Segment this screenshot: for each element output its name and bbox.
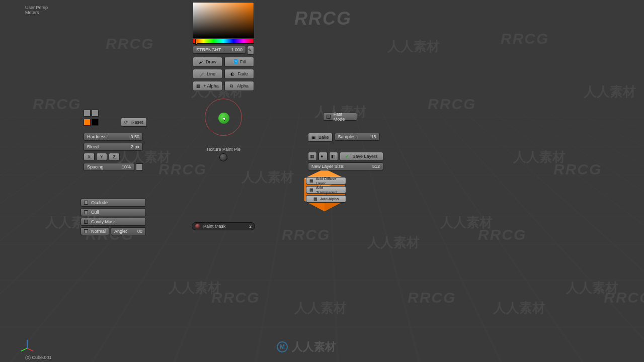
save-layers-button[interactable]: ✔ Save Layers <box>340 152 383 161</box>
fast-mode-checkbox[interactable]: Fast Mode <box>323 113 357 121</box>
new-layer-size-slider[interactable]: New Layer Size: 512 <box>308 162 383 170</box>
add-diffuse-layer-button[interactable]: ▩Add Diffuse Layer <box>306 177 346 185</box>
stroke-mode-icon[interactable] <box>84 110 91 117</box>
alpha-icon: ▦ <box>196 83 201 88</box>
mirror-y-button[interactable]: Y <box>96 153 107 161</box>
svg-line-5 <box>21 348 27 351</box>
alpha-button[interactable]: ⧉Alpha <box>224 81 254 91</box>
strength-slider[interactable]: STRENGHT : 1.000 <box>193 46 246 54</box>
plus-alpha-button[interactable]: ▦+ Alpha <box>193 81 222 91</box>
background-color-swatch[interactable] <box>92 119 99 126</box>
checker-icon: ▩ <box>309 178 313 184</box>
texture-paint-pie-label: Texture Paint Pie <box>201 147 246 152</box>
viewport-perspective: User Persp <box>25 5 48 10</box>
mirror-x-button[interactable]: X <box>84 153 95 161</box>
cube-icon: ◧ <box>331 154 336 159</box>
refresh-icon: ⟳ <box>124 120 129 125</box>
layer-icon-2-button[interactable]: ● <box>318 152 328 161</box>
material-icon <box>195 224 200 229</box>
bleed-slider[interactable]: Bleed 2 px <box>84 143 143 151</box>
pen-pressure-icon: ✎ <box>248 48 253 53</box>
foreground-color-swatch[interactable] <box>84 119 91 126</box>
watermark-rrcg: RRCG <box>106 35 154 52</box>
watermark-cn: 人人素材 <box>387 38 440 55</box>
check-icon: ✔ <box>345 154 350 159</box>
pressure-toggle-button[interactable]: ✎ <box>247 46 254 55</box>
texture-preview-sphere[interactable] <box>219 153 227 161</box>
sphere-icon: ◐ <box>230 71 235 76</box>
angle-slider[interactable]: Angle: 80 <box>111 227 146 235</box>
viewport-units: Meters <box>25 10 48 15</box>
line-tool-button[interactable]: ／Line <box>193 69 222 79</box>
color-hue-slider[interactable] <box>193 39 254 44</box>
strength-value: 1.000 <box>231 47 243 52</box>
color-sv-field[interactable] <box>193 2 254 38</box>
watermark-rrcg: RRCG <box>428 96 476 113</box>
copy-icon: ⧉ <box>230 83 235 88</box>
grid-icon: ▦ <box>310 154 315 159</box>
watermark-rrcg: RRCG <box>501 30 549 47</box>
reset-button[interactable]: ⟳ Reset <box>121 118 147 127</box>
bake-button[interactable]: ▣ Bake <box>308 133 333 142</box>
viewport-info: User Persp Meters <box>25 5 48 15</box>
samples-slider[interactable]: Samples: 15 <box>335 133 380 141</box>
checker-icon: ▩ <box>313 197 318 202</box>
bucket-icon: 🪣 <box>233 59 238 64</box>
mirror-z-button[interactable]: Z <box>109 153 120 161</box>
watermark-rrcg: RRCG <box>33 96 81 113</box>
line-icon: ／ <box>200 71 205 76</box>
logo-icon: M <box>277 341 288 352</box>
fade-tool-button[interactable]: ◐Fade <box>224 69 254 79</box>
brush-icon: 🖌 <box>199 59 204 64</box>
stroke-mode-icon-2[interactable] <box>92 110 99 117</box>
axis-gizmo <box>20 339 34 353</box>
layer-icon-1-button[interactable]: ▦ <box>308 152 317 161</box>
hardness-slider[interactable]: Hardness: 0.50 <box>84 133 143 141</box>
add-transparent-layer-button[interactable]: ▩Add Transparent <box>306 186 346 194</box>
cull-checkbox[interactable]: Cull <box>80 208 146 216</box>
strength-label: STRENGHT : <box>196 47 223 52</box>
occlude-checkbox[interactable]: Occlude <box>80 199 146 207</box>
color-picker-panel: STRENGHT : 1.000 ✎ 🖌Draw 🪣Fill ／Line ◐Fa… <box>193 2 254 91</box>
site-logo: M 人人素材 <box>277 339 336 354</box>
fill-tool-button[interactable]: 🪣Fill <box>224 57 254 67</box>
svg-line-4 <box>27 348 33 351</box>
spacing-slider[interactable]: Spacing 10% <box>84 163 134 171</box>
logo-text: 人人素材 <box>292 339 336 354</box>
add-alpha-layer-button[interactable]: ▩Add Alpha <box>306 195 346 203</box>
watermark-cn: 人人素材 <box>584 83 636 101</box>
cavity-mask-checkbox[interactable]: Cavity Mask <box>80 218 146 226</box>
checker-icon: ▩ <box>309 188 314 193</box>
normal-checkbox[interactable]: Normal <box>80 227 109 235</box>
layer-icon-3-button[interactable]: ◧ <box>329 152 338 161</box>
bake-icon: ▣ <box>311 135 316 140</box>
draw-tool-button[interactable]: 🖌Draw <box>193 57 222 67</box>
spacing-options-icon[interactable] <box>136 163 143 170</box>
active-object-label: (0) Cube.001 <box>25 355 52 360</box>
sphere-icon: ● <box>320 154 326 159</box>
paint-mask-selector[interactable]: Paint Mask 2 <box>192 222 255 230</box>
watermark-rrcg: RRCG <box>294 8 352 29</box>
